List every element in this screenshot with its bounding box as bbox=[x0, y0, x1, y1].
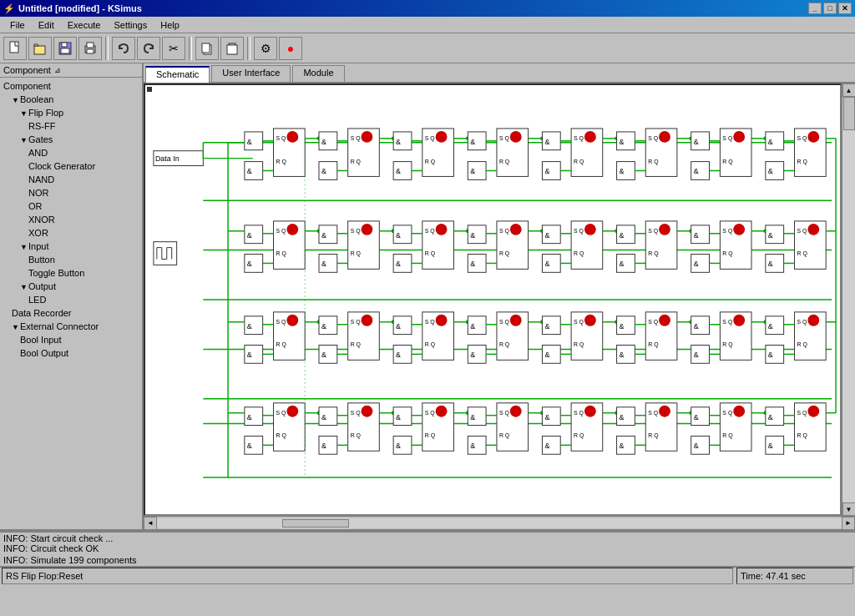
svg-text:&: & bbox=[694, 442, 699, 450]
scroll-right-button[interactable]: ► bbox=[842, 517, 855, 530]
svg-text:R Q: R Q bbox=[499, 251, 510, 258]
tree-output[interactable]: ▼Output bbox=[0, 280, 142, 293]
tab-module[interactable]: Module bbox=[292, 65, 344, 82]
tree-led[interactable]: LED bbox=[0, 293, 142, 306]
svg-text:&: & bbox=[247, 351, 252, 359]
redo-button[interactable] bbox=[137, 37, 160, 60]
tree-input[interactable]: ▼Input bbox=[0, 240, 142, 253]
toolbar: ✂ ⚙ ● bbox=[0, 33, 855, 63]
schematic[interactable]: Data In bbox=[144, 83, 842, 516]
tab-user-interface[interactable]: User Interface bbox=[211, 65, 291, 82]
svg-text:&: & bbox=[321, 351, 326, 359]
tree-boolean[interactable]: ▼Boolean bbox=[0, 93, 142, 106]
svg-text:&: & bbox=[544, 138, 549, 146]
svg-text:S Q: S Q bbox=[425, 410, 436, 417]
scroll-up-button[interactable]: ▲ bbox=[842, 83, 856, 97]
horizontal-scrollbar[interactable]: ◄ ► bbox=[144, 516, 855, 529]
v-scroll-track[interactable] bbox=[842, 97, 856, 502]
schematic-container: Data In bbox=[144, 83, 855, 516]
stop-button[interactable]: ● bbox=[279, 37, 302, 60]
svg-point-375 bbox=[659, 406, 670, 417]
svg-text:S Q: S Q bbox=[722, 410, 733, 417]
svg-point-315 bbox=[286, 406, 298, 417]
tree-and[interactable]: AND bbox=[0, 146, 142, 159]
tree-xor[interactable]: XOR bbox=[0, 226, 142, 240]
svg-text:S Q: S Q bbox=[648, 410, 659, 417]
svg-text:S Q: S Q bbox=[574, 135, 584, 142]
svg-text:&: & bbox=[470, 167, 475, 175]
svg-text:R Q: R Q bbox=[499, 341, 510, 348]
tab-schematic[interactable]: Schematic bbox=[145, 66, 210, 83]
tree-xnor[interactable]: XNOR bbox=[0, 213, 142, 226]
svg-text:S Q: S Q bbox=[797, 228, 807, 235]
svg-text:R Q: R Q bbox=[574, 159, 584, 165]
tree-rsff[interactable]: RS-FF bbox=[0, 119, 142, 133]
tree-flipflop[interactable]: ▼Flip Flop bbox=[0, 106, 142, 119]
tree-nand[interactable]: NAND bbox=[0, 173, 142, 186]
svg-text:S Q: S Q bbox=[276, 319, 286, 326]
svg-text:&: & bbox=[396, 351, 401, 359]
menu-edit[interactable]: Edit bbox=[32, 18, 61, 32]
svg-text:R Q: R Q bbox=[351, 432, 362, 439]
svg-text:&: & bbox=[396, 138, 401, 146]
tree-button[interactable]: Button bbox=[0, 253, 142, 266]
sidebar-header: Component ⊿ bbox=[0, 63, 142, 78]
svg-text:S Q: S Q bbox=[425, 135, 436, 142]
svg-text:&: & bbox=[247, 260, 252, 268]
content-area: Schematic User Interface Module Data In bbox=[144, 63, 855, 529]
paste-button[interactable] bbox=[220, 37, 244, 60]
tree-component[interactable]: Component bbox=[0, 79, 142, 93]
h-scroll-thumb[interactable] bbox=[282, 519, 349, 528]
undo-button[interactable] bbox=[112, 37, 135, 60]
separator1 bbox=[105, 37, 109, 60]
svg-text:R Q: R Q bbox=[425, 251, 436, 258]
svg-text:&: & bbox=[544, 351, 549, 359]
svg-point-269 bbox=[584, 315, 596, 326]
tree-toggle-button[interactable]: Toggle Button bbox=[0, 266, 142, 280]
scroll-left-button[interactable]: ◄ bbox=[144, 517, 157, 530]
print-button[interactable] bbox=[78, 37, 102, 60]
component-status: RS Flip Flop:Reset bbox=[2, 568, 733, 584]
vertical-scrollbar[interactable]: ▲ ▼ bbox=[842, 83, 855, 516]
svg-text:&: & bbox=[768, 442, 773, 450]
menu-settings[interactable]: Settings bbox=[107, 18, 154, 32]
svg-text:&: & bbox=[321, 138, 326, 146]
svg-text:R Q: R Q bbox=[499, 159, 510, 165]
tree-clock-generator[interactable]: Clock Generator bbox=[0, 159, 142, 173]
svg-point-105 bbox=[733, 131, 745, 143]
maximize-button[interactable]: □ bbox=[823, 3, 837, 14]
menu-file[interactable]: File bbox=[3, 18, 32, 32]
v-scroll-thumb[interactable] bbox=[843, 97, 855, 130]
tree-or[interactable]: OR bbox=[0, 199, 142, 213]
save-button[interactable] bbox=[53, 37, 77, 60]
tree-bool-input[interactable]: Bool Input bbox=[0, 333, 142, 346]
svg-text:S Q: S Q bbox=[499, 410, 510, 417]
svg-rect-3 bbox=[62, 43, 67, 47]
tree-external-connector[interactable]: ▼External Connector bbox=[0, 320, 142, 333]
copy-button[interactable] bbox=[195, 37, 219, 60]
svg-text:R Q: R Q bbox=[425, 341, 436, 348]
minimize-button[interactable]: _ bbox=[808, 3, 822, 14]
tree-gates[interactable]: ▼Gates bbox=[0, 133, 142, 146]
menu-execute[interactable]: Execute bbox=[61, 18, 108, 32]
svg-text:&: & bbox=[396, 260, 401, 268]
open-button[interactable] bbox=[28, 37, 52, 60]
svg-text:&: & bbox=[768, 138, 773, 146]
h-scroll-track[interactable] bbox=[157, 518, 842, 528]
new-button[interactable] bbox=[3, 37, 27, 60]
tree-nor[interactable]: NOR bbox=[0, 186, 142, 199]
svg-text:R Q: R Q bbox=[425, 159, 436, 165]
svg-text:&: & bbox=[694, 167, 699, 175]
tree-bool-output[interactable]: Bool Output bbox=[0, 346, 142, 360]
tree-data-recorder[interactable]: Data Recorder bbox=[0, 306, 142, 320]
close-button[interactable]: ✕ bbox=[838, 3, 852, 14]
svg-text:S Q: S Q bbox=[722, 135, 733, 142]
svg-text:&: & bbox=[768, 167, 773, 175]
svg-text:S Q: S Q bbox=[351, 319, 362, 326]
svg-text:&: & bbox=[620, 231, 625, 240]
svg-text:&: & bbox=[396, 413, 401, 422]
cut-button[interactable]: ✂ bbox=[162, 37, 185, 60]
settings-button[interactable]: ⚙ bbox=[254, 37, 277, 60]
scroll-down-button[interactable]: ▼ bbox=[842, 502, 856, 516]
menu-help[interactable]: Help bbox=[154, 18, 186, 32]
